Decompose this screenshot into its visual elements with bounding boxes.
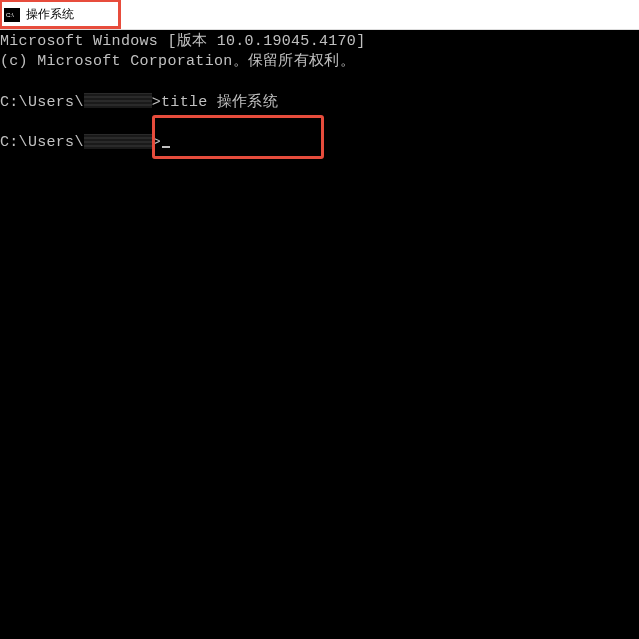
prompt-prefix-1: C:\Users\ — [0, 94, 84, 111]
cmd-icon — [4, 8, 20, 22]
cmd-window: 操作系统 Microsoft Windows [版本 10.0.19045.41… — [0, 0, 639, 639]
terminal-blank-line-2 — [0, 113, 639, 133]
terminal-prompt-line-1: C:\Users\>title 操作系统 — [0, 93, 639, 113]
titlebar-content: 操作系统 — [4, 6, 74, 23]
command-input-1: title 操作系统 — [161, 94, 278, 111]
redacted-username-2 — [84, 134, 152, 149]
redacted-username-1 — [84, 93, 152, 108]
terminal-line-version: Microsoft Windows [版本 10.0.19045.4170] — [0, 32, 639, 52]
window-titlebar[interactable]: 操作系统 — [0, 0, 639, 30]
cursor — [162, 146, 170, 148]
prompt-suffix-2: > — [152, 134, 161, 151]
window-title: 操作系统 — [26, 6, 74, 23]
terminal-blank-line — [0, 73, 639, 93]
prompt-suffix-1: > — [152, 94, 161, 111]
terminal-area[interactable]: Microsoft Windows [版本 10.0.19045.4170] (… — [0, 30, 639, 639]
prompt-prefix-2: C:\Users\ — [0, 134, 84, 151]
terminal-line-copyright: (c) Microsoft Corporation。保留所有权利。 — [0, 52, 639, 72]
terminal-prompt-line-2: C:\Users\> — [0, 133, 639, 153]
